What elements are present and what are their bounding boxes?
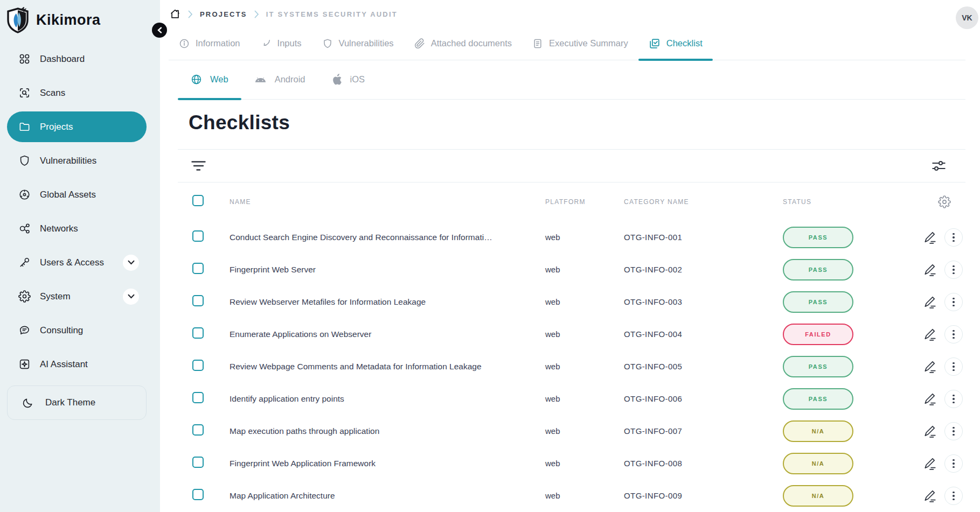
row-checkbox[interactable] [192, 392, 204, 403]
header-platform[interactable]: PLATFORM [545, 198, 624, 206]
tab-information[interactable]: Information [169, 27, 251, 60]
breadcrumb-current: IT SYSTEMS SECURITY AUDIT [266, 10, 398, 18]
dark-theme-toggle[interactable]: Dark Theme [7, 385, 147, 420]
row-platform: web [545, 426, 624, 436]
row-category: OTG-INFO-004 [624, 329, 783, 339]
row-checkbox[interactable] [192, 230, 204, 242]
dashboard-icon [18, 53, 31, 66]
app-logo[interactable]: Kikimora [0, 0, 160, 36]
user-avatar[interactable]: VK [956, 6, 978, 29]
row-platform: web [545, 233, 624, 242]
platform-tab-label: Android [275, 74, 305, 85]
sidebar-item-global-assets[interactable]: Global Assets [0, 178, 160, 212]
chevron-down-icon[interactable] [123, 255, 139, 271]
input-arrow-icon [261, 38, 272, 49]
edit-icon[interactable] [923, 392, 937, 406]
row-name: Map Application Architecture [230, 491, 545, 501]
sidebar-item-ai-assistant[interactable]: AI Assistant [0, 347, 160, 381]
row-platform: web [545, 362, 624, 371]
chevron-down-icon[interactable] [123, 289, 139, 305]
sidebar-item-system[interactable]: System [0, 279, 160, 313]
header-category[interactable]: CATEGORY NAME [624, 198, 783, 206]
sidebar-item-projects[interactable]: Projects [7, 111, 147, 142]
table-settings-gear-icon[interactable] [880, 195, 965, 208]
row-name: Review Webserver Metafiles for Informati… [230, 297, 545, 307]
table-row[interactable]: Map Application Architecture web OTG-INF… [189, 480, 965, 512]
header-status[interactable]: STATUS [783, 198, 880, 206]
breadcrumb-projects[interactable]: PROJECTS [200, 10, 247, 18]
edit-icon[interactable] [923, 230, 937, 244]
tab-inputs[interactable]: Inputs [251, 27, 312, 60]
platform-tab-web[interactable]: Web [178, 60, 241, 99]
tab-label: Vulnerabilities [339, 38, 394, 48]
row-platform: web [545, 265, 624, 274]
row-menu-button[interactable] [944, 325, 963, 343]
edit-icon[interactable] [923, 295, 937, 309]
tab-label: Attached documents [431, 38, 512, 48]
paperclip-icon [414, 38, 425, 49]
home-icon[interactable] [169, 8, 181, 20]
sidebar-item-networks[interactable]: Networks [0, 212, 160, 246]
tab-checklist[interactable]: Checklist [638, 27, 713, 60]
table-row[interactable]: Fingerprint Web Application Framework we… [189, 447, 965, 480]
row-checkbox[interactable] [192, 489, 204, 500]
edit-icon[interactable] [923, 457, 937, 471]
platform-tab-android[interactable]: Android [241, 60, 318, 99]
status-badge: N/A [783, 485, 853, 507]
row-checkbox[interactable] [192, 360, 204, 371]
table-row[interactable]: Map execution paths through application … [189, 415, 965, 447]
row-checkbox[interactable] [192, 424, 204, 436]
edit-icon[interactable] [923, 424, 937, 438]
edit-icon[interactable] [923, 360, 937, 374]
row-checkbox[interactable] [192, 327, 204, 339]
tab-attached-documents[interactable]: Attached documents [404, 27, 522, 60]
row-menu-button[interactable] [944, 390, 963, 408]
row-menu-button[interactable] [944, 454, 963, 473]
row-checkbox[interactable] [192, 295, 204, 306]
row-menu-button[interactable] [944, 487, 963, 505]
row-checkbox[interactable] [192, 263, 204, 274]
edit-icon[interactable] [923, 327, 937, 341]
sidebar-item-label: Vulnerabilities [40, 156, 96, 166]
dark-theme-label: Dark Theme [45, 397, 95, 408]
tab-executive-summary[interactable]: Executive Summary [522, 27, 638, 60]
filter-icon[interactable] [191, 160, 206, 171]
tab-vulnerabilities[interactable]: Vulnerabilities [312, 27, 404, 60]
platform-tabs: Web Android iOS [178, 60, 965, 100]
info-icon [179, 38, 190, 49]
page-title: Checklists [189, 111, 980, 134]
edit-icon[interactable] [923, 263, 937, 277]
select-all-checkbox[interactable] [192, 195, 204, 206]
sidebar: Kikimora Dashboard Scans [0, 0, 160, 512]
column-settings-icon[interactable] [932, 159, 946, 173]
row-name: Fingerprint Web Server [230, 265, 545, 275]
table-row[interactable]: Enumerate Applications on Webserver web … [189, 318, 965, 350]
sidebar-item-vulnerabilities[interactable]: Vulnerabilities [0, 144, 160, 178]
app-name: Kikimora [36, 12, 101, 29]
sidebar-item-label: Scans [40, 88, 65, 99]
table-row[interactable]: Conduct Search Engine Discovery and Reco… [189, 221, 965, 254]
sidebar-item-users-access[interactable]: Users & Access [0, 246, 160, 279]
checklist-icon [649, 38, 661, 50]
tab-label: Checklist [666, 38, 703, 48]
sidebar-item-scans[interactable]: Scans [0, 76, 160, 110]
sidebar-collapse-button[interactable] [152, 23, 167, 38]
edit-icon[interactable] [923, 489, 937, 503]
table-row[interactable]: Fingerprint Web Server web OTG-INFO-002 … [189, 254, 965, 286]
sidebar-item-consulting[interactable]: Consulting [0, 313, 160, 347]
row-menu-button[interactable] [944, 228, 963, 247]
platform-tab-ios[interactable]: iOS [318, 60, 378, 99]
table-row[interactable]: Identify application entry points web OT… [189, 383, 965, 415]
row-menu-button[interactable] [944, 422, 963, 440]
row-menu-button[interactable] [944, 293, 963, 311]
sidebar-item-dashboard[interactable]: Dashboard [0, 42, 160, 76]
header-name[interactable]: NAME [230, 198, 545, 206]
sidebar-item-label: System [40, 291, 71, 302]
row-menu-button[interactable] [944, 261, 963, 279]
row-menu-button[interactable] [944, 357, 963, 376]
table-row[interactable]: Review Webpage Comments and Metadata for… [189, 350, 965, 383]
project-tabs: Information Inputs Vulnerabilities [169, 27, 965, 60]
table-row[interactable]: Review Webserver Metafiles for Informati… [189, 286, 965, 318]
row-checkbox[interactable] [192, 457, 204, 468]
status-badge: N/A [783, 420, 853, 442]
